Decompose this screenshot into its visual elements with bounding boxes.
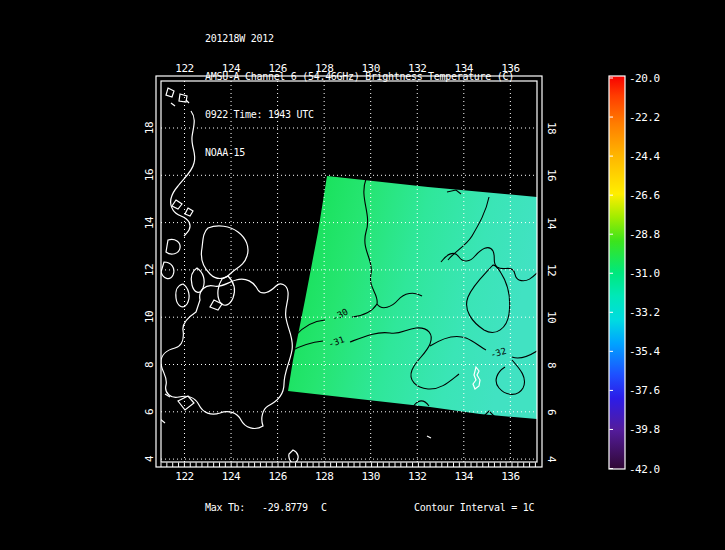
- colorbar-label--37.6: -37.6: [629, 384, 660, 397]
- lon-tick-top-130: 130: [362, 62, 380, 75]
- coastline-island: [166, 88, 174, 97]
- lat-tick-left-4: 4: [143, 456, 156, 462]
- coastline-island: [289, 450, 298, 463]
- lon-tick-top-132: 132: [408, 62, 426, 75]
- coastline-island: [427, 436, 431, 438]
- map-canvas: -30 -31 -32: [0, 0, 725, 550]
- colorbar-label--33.2: -33.2: [629, 306, 660, 319]
- lon-tick-top-128: 128: [315, 62, 333, 75]
- max-tb-label: Max Tb:: [205, 502, 245, 513]
- coastline-island: [185, 208, 193, 216]
- colorbar-label--22.2: -22.2: [629, 111, 660, 124]
- coastline-luzon: [171, 111, 195, 236]
- lat-tick-left-6: 6: [143, 409, 156, 415]
- coastline-island: [171, 103, 175, 106]
- colorbar-bar: [609, 76, 625, 469]
- coastline-island: [179, 94, 187, 102]
- coastline-island: [161, 262, 174, 279]
- lon-tick-top-126: 126: [268, 62, 286, 75]
- lon-tick-bottom-122: 122: [175, 470, 193, 483]
- lat-tick-right-4: 4: [545, 456, 558, 462]
- coastline-leyte: [218, 276, 235, 305]
- lat-tick-left-10: 10: [143, 311, 156, 323]
- lon-tick-bottom-128: 128: [315, 470, 333, 483]
- lat-tick-left-18: 18: [143, 122, 156, 134]
- lat-tick-right-6: 6: [545, 409, 558, 415]
- lat-tick-left-8: 8: [143, 361, 156, 367]
- colorbar-label--39.8: -39.8: [629, 423, 660, 436]
- lat-tick-left-16: 16: [143, 169, 156, 181]
- lat-tick-right-10: 10: [545, 311, 558, 323]
- coastline-island: [176, 284, 189, 307]
- contour-interval-text: Contour Interval = 1C: [414, 502, 534, 513]
- lon-tick-top-124: 124: [222, 62, 240, 75]
- lat-tick-right-16: 16: [545, 169, 558, 181]
- colorbar-label--20.0: -20.0: [629, 72, 660, 85]
- plot-page: 201218W 2012 AMSU-A Channel 6 (54.46GHz)…: [0, 0, 725, 550]
- colorbar-label--35.4: -35.4: [629, 345, 660, 358]
- colorbar-label--26.6: -26.6: [629, 189, 660, 202]
- lon-tick-bottom-126: 126: [268, 470, 286, 483]
- lon-tick-bottom-134: 134: [455, 470, 473, 483]
- lat-tick-right-18: 18: [545, 122, 558, 134]
- coastline-island: [172, 200, 182, 209]
- lon-tick-bottom-130: 130: [362, 470, 380, 483]
- swath-polygon: [288, 176, 537, 419]
- colorbar-label--24.4: -24.4: [629, 150, 660, 163]
- colorbar-label--42.0: -42.0: [629, 463, 660, 476]
- max-tb-value: -29.8779: [262, 502, 308, 513]
- lat-tick-left-14: 14: [143, 216, 156, 228]
- max-tb-unit: C: [321, 502, 327, 513]
- colorbar-label--31.0: -31.0: [629, 267, 660, 280]
- lat-tick-right-14: 14: [545, 216, 558, 228]
- lat-tick-left-12: 12: [143, 264, 156, 276]
- lon-tick-top-136: 136: [501, 62, 519, 75]
- minor-ticks: [161, 463, 535, 468]
- colorbar-label--28.8: -28.8: [629, 228, 660, 241]
- coastline-mindanao: [161, 279, 292, 428]
- coastline-island: [191, 268, 204, 292]
- coastline-island: [166, 239, 180, 254]
- lon-tick-top-122: 122: [175, 62, 193, 75]
- lat-tick-right-8: 8: [545, 361, 558, 367]
- lon-tick-top-134: 134: [455, 62, 473, 75]
- lon-tick-bottom-124: 124: [222, 470, 240, 483]
- lon-tick-bottom-136: 136: [501, 470, 519, 483]
- lat-tick-right-12: 12: [545, 264, 558, 276]
- coastline-samar: [201, 226, 248, 279]
- lon-tick-bottom-132: 132: [408, 470, 426, 483]
